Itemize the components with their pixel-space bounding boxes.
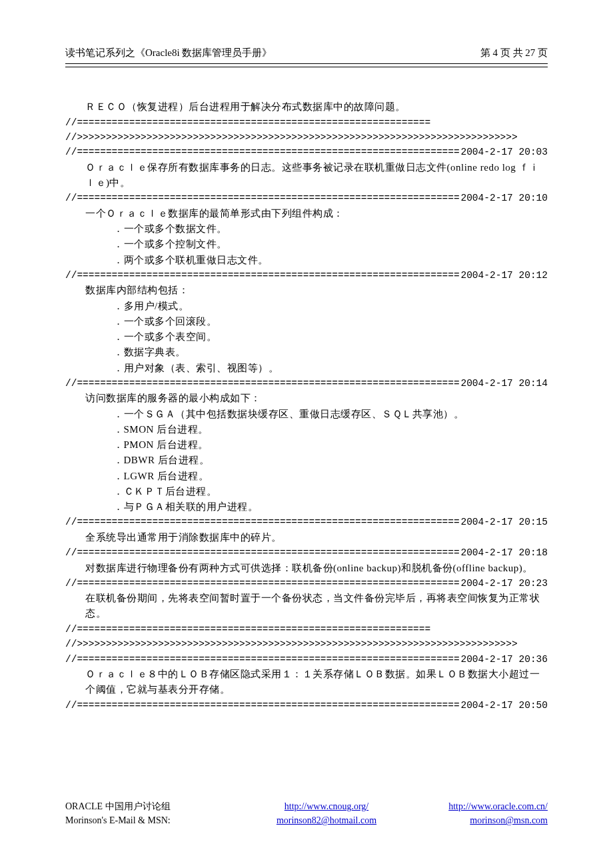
list-item: ．DBWR 后台进程。	[65, 453, 548, 468]
separator-fill: //======================================…	[65, 191, 459, 205]
footer-row: Morinson's E-Mail & MSN: morinson82@hotm…	[65, 813, 548, 828]
list-item: ．PMON 后台进程。	[65, 437, 548, 453]
paragraph: 全系统导出通常用于消除数据库中的碎片。	[65, 530, 548, 545]
footer-email-msn[interactable]: morinson@msn.com	[470, 815, 548, 825]
separator-timestamp: //======================================…	[65, 652, 548, 667]
separator-eq: //======================================…	[65, 622, 548, 637]
page-header: 读书笔记系列之《Oracle8i 数据库管理员手册》 第 4 页 共 27 页	[65, 45, 548, 63]
footer-row: ORACLE 中国用户讨论组 http://www.cnoug.org/ htt…	[65, 799, 548, 814]
page-footer: ORACLE 中国用户讨论组 http://www.cnoug.org/ htt…	[65, 799, 548, 828]
list-item: ．一个或多个数据文件。	[65, 221, 548, 237]
body-content: ＲＥＣＯ（恢复进程）后台进程用于解决分布式数据库中的故障问题。 //======…	[65, 99, 548, 713]
separator-fill: //======================================…	[65, 145, 459, 159]
paragraph: 数据库内部结构包括：	[65, 283, 548, 298]
separator-timestamp: //======================================…	[65, 515, 548, 529]
paragraph: Ｏｒａｃｌｅ保存所有数据库事务的日志。这些事务被记录在联机重做日志文件(onli…	[65, 160, 548, 191]
timestamp: 2004-2-17 20:14	[459, 376, 548, 391]
paragraph: ＲＥＣＯ（恢复进程）后台进程用于解决分布式数据库中的故障问题。	[65, 99, 548, 115]
timestamp: 2004-2-17 20:36	[459, 652, 548, 667]
list-item: ．用户对象（表、索引、视图等）。	[65, 361, 548, 376]
separator-fill: //======================================…	[65, 268, 459, 283]
timestamp: 2004-2-17 20:15	[459, 515, 548, 529]
list-item: ．ＣＫＰＴ后台进程。	[65, 484, 548, 499]
separator-gt: //>>>>>>>>>>>>>>>>>>>>>>>>>>>>>>>>>>>>>>…	[65, 130, 548, 145]
footer-email-hotmail[interactable]: morinson82@hotmail.com	[277, 815, 376, 825]
timestamp: 2004-2-17 20:18	[459, 545, 548, 560]
footer-link-oracle[interactable]: http://www.oracle.com.cn/	[448, 801, 548, 811]
paragraph: 在联机备份期间，先将表空间暂时置于一个备份状态，当文件备份完毕后，再将表空间恢复…	[65, 591, 548, 622]
paragraph: 一个Ｏｒａｃｌｅ数据库的最简单形式由下列组件构成：	[65, 206, 548, 221]
separator-fill: //======================================…	[65, 515, 459, 529]
timestamp: 2004-2-17 20:03	[459, 145, 548, 159]
separator-timestamp: //======================================…	[65, 698, 548, 713]
separator-gt: //>>>>>>>>>>>>>>>>>>>>>>>>>>>>>>>>>>>>>>…	[65, 637, 548, 651]
separator-timestamp: //======================================…	[65, 145, 548, 159]
paragraph: Ｏｒａｃｌｅ８中的ＬＯＢ存储区隐式采用１：１关系存储ＬＯＢ数据。如果ＬＯＢ数据大…	[65, 667, 548, 698]
separator-fill: //======================================…	[65, 698, 459, 713]
separator-eq: //======================================…	[65, 115, 548, 130]
separator-fill: //======================================…	[65, 652, 459, 667]
timestamp: 2004-2-17 20:10	[459, 191, 548, 205]
list-item: ．LGWR 后台进程。	[65, 469, 548, 484]
list-item: ．一个ＳＧＡ（其中包括数据块缓存区、重做日志缓存区、ＳＱＬ共享池）。	[65, 407, 548, 422]
separator-timestamp: //======================================…	[65, 376, 548, 391]
list-item: ．多用户/模式。	[65, 299, 548, 314]
list-item: ．一个或多个回滚段。	[65, 314, 548, 329]
timestamp: 2004-2-17 20:50	[459, 698, 548, 713]
separator-fill: //======================================…	[65, 376, 459, 391]
separator-fill: //======================================…	[65, 545, 459, 560]
separator-timestamp: //======================================…	[65, 268, 548, 283]
header-rule	[65, 63, 548, 67]
footer-org: ORACLE 中国用户讨论组	[65, 799, 239, 814]
paragraph: 访问数据库的服务器的最小构成如下：	[65, 391, 548, 406]
list-item: ．一个或多个控制文件。	[65, 237, 548, 252]
list-item: ．与ＰＧＡ相关联的用户进程。	[65, 499, 548, 515]
list-item: ．SMON 后台进程。	[65, 422, 548, 437]
header-right: 第 4 页 共 27 页	[480, 45, 548, 61]
separator-timestamp: //======================================…	[65, 545, 548, 560]
document-page: 读书笔记系列之《Oracle8i 数据库管理员手册》 第 4 页 共 27 页 …	[0, 0, 613, 868]
list-item: ．两个或多个联机重做日志文件。	[65, 253, 548, 268]
list-item: ．数据字典表。	[65, 345, 548, 360]
footer-link-cnoug[interactable]: http://www.cnoug.org/	[285, 801, 368, 811]
header-left: 读书笔记系列之《Oracle8i 数据库管理员手册》	[65, 45, 272, 61]
paragraph: 对数据库进行物理备份有两种方式可供选择：联机备份(online backup)和…	[65, 561, 548, 576]
separator-timestamp: //======================================…	[65, 191, 548, 205]
separator-fill: //======================================…	[65, 576, 459, 591]
separator-timestamp: //======================================…	[65, 576, 548, 591]
timestamp: 2004-2-17 20:23	[459, 576, 548, 591]
list-item: ．一个或多个表空间。	[65, 329, 548, 345]
timestamp: 2004-2-17 20:12	[459, 268, 548, 283]
footer-contact-label: Morinson's E-Mail & MSN:	[65, 813, 239, 828]
